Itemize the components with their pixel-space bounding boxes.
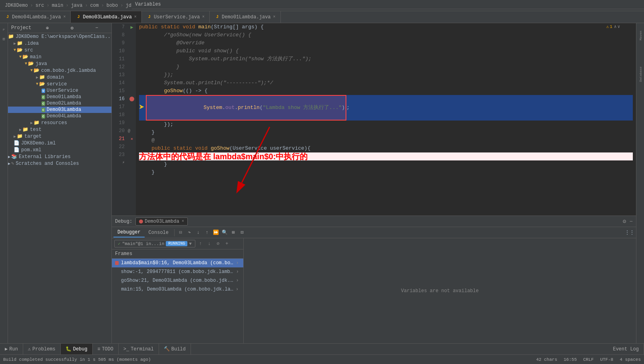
terminal-tab[interactable]: >_ Terminal xyxy=(119,344,159,354)
sidebar-item[interactable]: CDemo02Lambda xyxy=(8,100,111,107)
tab-userservice[interactable]: J UserService.java × xyxy=(142,11,210,23)
scroll-right-3[interactable]: › xyxy=(234,286,240,293)
restore-icon[interactable]: ⊡ xyxy=(239,229,246,236)
sidebar-item[interactable]: 📄pom.xml xyxy=(8,146,111,153)
frame-item-3[interactable]: main:15, Demo03Lambda (com.bobo.jdk.lamb… xyxy=(112,285,243,294)
debugger-tab[interactable]: Debugger xyxy=(113,228,145,237)
terminal-icon: >_ xyxy=(123,346,129,352)
maven-icon[interactable]: Maven xyxy=(636,26,644,46)
todo-tab[interactable]: ≡ TODO xyxy=(93,344,119,354)
title-com: com xyxy=(90,3,99,8)
sidebar-gear-icon[interactable]: ⚙ xyxy=(61,25,84,31)
sidebar-minimize-icon[interactable]: − xyxy=(85,25,108,31)
problems-icon: ⚠ xyxy=(28,346,31,352)
debug-tab-bottom[interactable]: 🐛 Debug xyxy=(61,344,93,354)
sidebar-item[interactable]: ▼📂com.bobo.jdk.lambda xyxy=(8,67,111,74)
sidebar-item[interactable]: ▼📂src xyxy=(8,47,111,53)
step-over-icon[interactable]: ↷ xyxy=(186,229,193,236)
problems-tab[interactable]: ⚠ Problems xyxy=(23,344,61,354)
code-line-7: public static void main(String[] args) { xyxy=(139,23,633,31)
scroll-right-2[interactable]: › xyxy=(235,277,240,284)
sidebar-item[interactable]: 📄JDK8Demo.iml xyxy=(8,140,111,146)
sidebar-item[interactable]: ▶✎Scratches and Consoles xyxy=(8,160,111,167)
frame-filter-icon[interactable]: ⊘ xyxy=(215,240,222,247)
code-line-9: @Override xyxy=(139,39,633,47)
debug-session-tab[interactable]: Demo03Lambda × xyxy=(135,218,187,226)
dropdown-icon[interactable]: ▼ xyxy=(189,241,192,246)
build-tab[interactable]: 🔨 Build xyxy=(159,344,191,354)
frame-filter[interactable]: ✓ "main"@1 in...in RUNNING ▼ xyxy=(114,240,195,247)
code-line-11: System.out.println("show 方法执行了..."); xyxy=(139,55,633,63)
frames-list[interactable]: lambda$main$0:16, Demo03Lambda (com.bobo… xyxy=(112,259,243,343)
sidebar-item[interactable]: CDemo03Lambda xyxy=(8,107,111,113)
sidebar-item[interactable]: ▶📁resources xyxy=(8,119,111,126)
sidebar-item[interactable]: ▼📂service xyxy=(8,81,111,87)
run-tab[interactable]: ▶ Run xyxy=(0,344,23,354)
sidebar-item[interactable]: ▼📂main xyxy=(8,53,111,60)
code-view[interactable]: 7891011 12131415 16 17181920 21 2223⚡ ▶ xyxy=(112,23,636,216)
table-view-icon[interactable]: ⊞ xyxy=(230,229,237,236)
close-icon[interactable]: × xyxy=(202,15,205,19)
frame-label-1: show:-1, 2094777811 (com.bobo.jdk.lambda… xyxy=(121,269,235,275)
code-line-8: /*goShow(new UserService() { xyxy=(139,31,633,39)
title-java: java xyxy=(71,3,83,8)
debug-session-icon xyxy=(139,220,143,224)
step-into-icon[interactable]: ↓ xyxy=(195,229,202,236)
sidebar-item[interactable]: 📁JDK8Demo E:\workspace\OpenClass... xyxy=(8,33,111,40)
sidebar-item[interactable]: ▶📁domain xyxy=(8,74,111,81)
code-line-13: }); xyxy=(139,71,633,79)
step-out-icon[interactable]: ↑ xyxy=(203,229,211,236)
scroll-right-0[interactable]: › xyxy=(235,260,240,266)
editor-content[interactable]: 7891011 12131415 16 17181920 21 2223⚡ ▶ xyxy=(112,23,636,216)
frames-header: Frames xyxy=(112,249,243,259)
status-bar: Build completed successfully in 1 s 505 … xyxy=(0,354,644,364)
tab-demo03-label: Demo03Lambda.java xyxy=(83,14,131,20)
sidebar-item[interactable]: ▶📁.idea xyxy=(8,40,111,47)
sidebar-item[interactable]: ▶📚External Libraries xyxy=(8,153,111,160)
sidebar-item[interactable]: CDemo04Lambda xyxy=(8,113,111,119)
close-icon[interactable]: × xyxy=(134,15,137,19)
code-lines[interactable]: public static void main(String[] args) {… xyxy=(136,23,636,216)
debug-settings-icon[interactable]: ⚙ − xyxy=(623,218,633,225)
frame-up-icon[interactable]: ↑ xyxy=(197,240,204,247)
code-line-23: } xyxy=(139,168,633,176)
scroll-right-1[interactable]: › xyxy=(235,269,240,275)
tab-demo01[interactable]: J Demo01Lambda.java × xyxy=(210,11,280,23)
code-line-14: System.out.println("----------");*/ xyxy=(139,79,633,87)
frame-item-1[interactable]: show:-1, 2094777811 (com.bobo.jdk.lambda… xyxy=(112,267,243,276)
run-to-cursor-icon[interactable]: ⏩ xyxy=(212,229,219,236)
sidebar-sync-icon[interactable]: ⊕ xyxy=(36,25,59,31)
sidebar-item[interactable]: ▶📁target xyxy=(8,133,111,140)
debug-action-toolbar: ⊟ ↷ ↓ ↑ ⏩ 🔍 ⊞ ⊡ xyxy=(174,229,246,236)
event-log-tab[interactable]: Event Log xyxy=(608,344,644,354)
frame-item-2[interactable]: goShow:21, Demo03Lambda (com.bobo.jdk.la… xyxy=(112,276,243,285)
evaluate-icon[interactable]: 🔍 xyxy=(221,229,228,236)
bookmark-icon[interactable]: ⊞ xyxy=(0,35,8,43)
tab-demo03[interactable]: J Demo03Lambda.java × xyxy=(71,11,141,23)
sidebar-item[interactable]: UUserService xyxy=(8,87,111,94)
frame-item-0[interactable]: lambda$main$0:16, Demo03Lambda (com.bobo… xyxy=(112,259,243,267)
project-icon[interactable]: P xyxy=(0,26,8,34)
code-line-20: public static void goShow(UserService us… xyxy=(139,144,633,152)
time-display: 16:55 xyxy=(564,357,577,362)
database-icon[interactable]: Database xyxy=(636,62,644,86)
close-icon[interactable]: × xyxy=(63,15,66,19)
sidebar-item[interactable]: ▼📂java xyxy=(8,60,111,67)
debug-session-name: Demo03Lambda xyxy=(145,219,179,224)
debug-expand-icon[interactable]: ⋮⋮ xyxy=(625,229,634,235)
restore-layout-icon[interactable]: ⊟ xyxy=(177,229,184,236)
tab-userservice-label: UserService.java xyxy=(154,14,200,20)
session-close-icon[interactable]: × xyxy=(182,219,184,224)
build-tab-label: Build xyxy=(171,346,186,352)
indent-setting: 4 spaces xyxy=(620,357,641,362)
event-log-label: Event Log xyxy=(613,346,639,352)
java-icon: J xyxy=(76,14,81,20)
console-tab[interactable]: Console xyxy=(145,228,173,237)
sidebar-item[interactable]: ▶📁test xyxy=(8,126,111,133)
sidebar-item[interactable]: CDemo01Lambda xyxy=(8,94,111,100)
frame-down-icon[interactable]: ↓ xyxy=(206,240,213,247)
tab-demo04[interactable]: J Demo04Lambda.java × xyxy=(0,11,71,23)
frame-add-icon[interactable]: + xyxy=(223,240,231,247)
close-icon[interactable]: × xyxy=(273,15,276,19)
run-tab-label: Run xyxy=(9,346,18,352)
